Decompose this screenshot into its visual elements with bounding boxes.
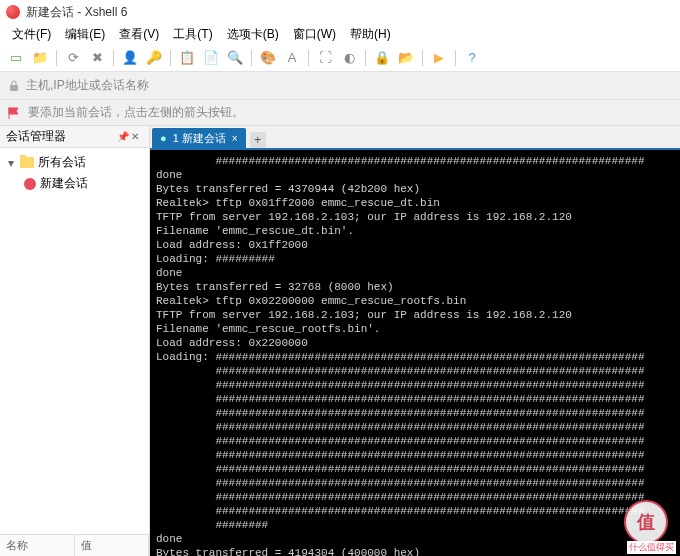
titlebar: 新建会话 - Xshell 6	[0, 0, 680, 24]
help-icon[interactable]: ?	[462, 48, 482, 68]
menu-file[interactable]: 文件(F)	[6, 24, 57, 45]
sidebar-header: 会话管理器 📌 ✕	[0, 126, 149, 148]
paste-icon[interactable]: 📄	[201, 48, 221, 68]
tab-strip: ● 1 新建会话 × +	[150, 126, 680, 148]
tree-folder-all[interactable]: ▾ 所有会话	[4, 152, 145, 173]
window-title: 新建会话 - Xshell 6	[26, 4, 127, 21]
tab-active[interactable]: ● 1 新建会话 ×	[152, 128, 246, 148]
session-icon	[24, 178, 36, 190]
find-icon[interactable]: 🔍	[225, 48, 245, 68]
folder-icon	[20, 157, 34, 168]
profile-icon[interactable]: 👤	[120, 48, 140, 68]
toolbar: ▭📁⟳✖👤🔑📋📄🔍🎨A⛶◐🔒📂▶?	[0, 44, 680, 72]
collapse-icon[interactable]: ▾	[8, 156, 16, 170]
disconnect-icon[interactable]: ✖	[87, 48, 107, 68]
footer-col-name: 名称	[0, 535, 75, 556]
transparent-icon[interactable]: ◐	[339, 48, 359, 68]
open-icon[interactable]: 📁	[30, 48, 50, 68]
menu-tools[interactable]: 工具(T)	[167, 24, 218, 45]
terminal[interactable]: ########################################…	[150, 148, 680, 556]
color-icon[interactable]: 🎨	[258, 48, 278, 68]
menu-edit[interactable]: 编辑(E)	[59, 24, 111, 45]
hintbar: 要添加当前会话，点击左侧的箭头按钮。	[0, 100, 680, 126]
menu-tabs[interactable]: 选项卡(B)	[221, 24, 285, 45]
addressbar[interactable]: 主机,IP地址或会话名称	[0, 72, 680, 100]
tab-bullet-icon: ●	[160, 132, 167, 144]
flag-icon	[8, 107, 22, 119]
menu-help[interactable]: 帮助(H)	[344, 24, 397, 45]
menubar: 文件(F) 编辑(E) 查看(V) 工具(T) 选项卡(B) 窗口(W) 帮助(…	[0, 24, 680, 44]
app-icon	[6, 5, 20, 19]
ftp-icon[interactable]: 📂	[396, 48, 416, 68]
sidebar-title: 会话管理器	[6, 128, 66, 145]
copy-icon[interactable]: 📋	[177, 48, 197, 68]
hint-text: 要添加当前会话，点击左侧的箭头按钮。	[28, 104, 244, 121]
new-icon[interactable]: ▭	[6, 48, 26, 68]
tab-close-icon[interactable]: ×	[232, 133, 238, 144]
tab-add-button[interactable]: +	[250, 132, 266, 148]
tab-label: 1 新建会话	[173, 131, 226, 146]
script-icon[interactable]: ▶	[429, 48, 449, 68]
tree-session-item[interactable]: 新建会话	[4, 173, 145, 194]
menu-view[interactable]: 查看(V)	[113, 24, 165, 45]
session-tree: ▾ 所有会话 新建会话	[0, 148, 149, 534]
watermark-char: 值	[637, 510, 655, 534]
sidebar-footer: 名称 值	[0, 534, 149, 556]
addressbar-placeholder: 主机,IP地址或会话名称	[26, 77, 149, 94]
sidebar: 会话管理器 📌 ✕ ▾ 所有会话 新建会话 名称 值	[0, 126, 150, 556]
watermark-badge: 值	[624, 500, 668, 544]
key-icon[interactable]: 🔑	[144, 48, 164, 68]
footer-col-value: 值	[75, 535, 150, 556]
watermark-sub: 什么值得买	[627, 541, 676, 554]
menu-window[interactable]: 窗口(W)	[287, 24, 342, 45]
close-panel-icon[interactable]: ✕	[131, 131, 143, 143]
pin-icon[interactable]: 📌	[117, 131, 129, 143]
svg-rect-0	[10, 85, 18, 91]
lock-icon	[8, 80, 20, 92]
reconnect-icon[interactable]: ⟳	[63, 48, 83, 68]
tree-folder-label: 所有会话	[38, 154, 86, 171]
font-icon[interactable]: A	[282, 48, 302, 68]
content-area: ● 1 新建会话 × + ###########################…	[150, 126, 680, 556]
fullscreen-icon[interactable]: ⛶	[315, 48, 335, 68]
main-area: 会话管理器 📌 ✕ ▾ 所有会话 新建会话 名称 值 ●	[0, 126, 680, 556]
tree-session-label: 新建会话	[40, 175, 88, 192]
lock-icon[interactable]: 🔒	[372, 48, 392, 68]
